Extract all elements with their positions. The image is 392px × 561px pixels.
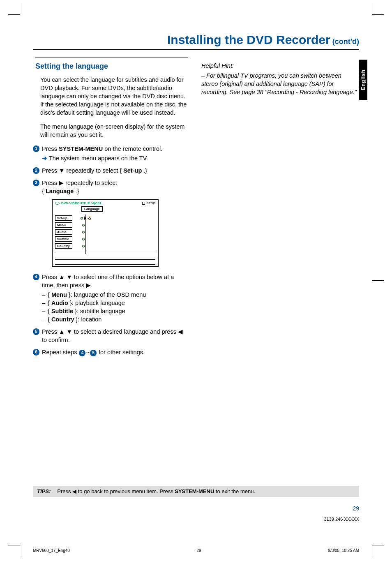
step3-line1: Press ▶ repeatedly to select [42,179,188,187]
step1-text-a: Press [42,145,59,152]
cropmark [20,3,20,15]
osd-blank-row [55,253,155,259]
opt-audio: Audio [51,300,68,306]
opt-country-desc: }: location [74,316,101,323]
intro-para-1: You can select the language for subtitle… [40,76,188,117]
tips-menu-key: SYSTEM-MENU [175,488,214,494]
opt-menu: Menu [51,291,67,298]
ref-step-4: 4 [79,350,85,356]
osd-item-country: Country [55,243,155,249]
step-6: 6 Repeat steps 4~5 for other settings. [33,348,188,356]
step6-text-b: for other settings. [97,349,145,356]
step5-text: Press ▲ ▼ to select a desired language a… [42,328,188,344]
result-arrow-icon: ➜ [42,154,47,162]
step-number-5: 5 [33,328,39,335]
osd-item-label: Audio [55,229,72,235]
tree-line [85,215,86,254]
dash: – [42,299,48,307]
step3-option: Language [46,188,74,194]
step-number-6: 6 [33,349,39,356]
opt-audio-desc: }: playback language [68,300,125,306]
stop-icon [142,202,145,205]
osd-item-label: Set-up [55,215,72,221]
osd-tree: Set-up Menu Audio Subtitle [53,213,158,252]
osd-item-setup: Set-up [55,215,155,221]
cropmark [372,545,384,545]
step6-text-a: Repeat steps [42,349,78,356]
step-2: 2 Press ▼ repeatedly to select { Set-up … [33,166,188,175]
osd-blank-row [55,259,155,265]
osd-item-label: Country [55,243,72,249]
title-main: Installing the DVD Recorder [167,33,330,46]
dash: – [42,315,48,323]
step-3: 3 Press ▶ repeatedly to select { Languag… [33,179,188,195]
tips-text-c: to exit the menu. [214,488,255,494]
cropmark [8,545,20,545]
page-title: Installing the DVD Recorder (cont'd) [33,33,359,50]
page-number: 29 [353,505,359,512]
osd-tab-row: Language [53,206,158,213]
step-number-2: 2 [33,167,39,174]
step2-text-a: Press ▼ repeatedly to select { [42,167,123,174]
part-number: 3139 246 XXXXX [324,517,359,522]
step4-text: Press ▲ ▼ to select one of the options b… [42,273,188,289]
opt-subtitle: Subtitle [51,308,73,314]
opt-menu-desc: }: language of the OSD menu [67,291,146,298]
tips-label: TIPS: [37,488,51,494]
step-1: 1 Press SYSTEM-MENU on the remote contro… [33,145,188,162]
osd-item-label: Subtitle [55,236,72,242]
osd-item-subtitle: Subtitle [55,236,155,242]
ref-step-5: 5 [90,350,97,356]
step2-option: Set-up [123,167,142,174]
print-footer: MRV660_17_Eng40 29 9/3/05, 10:25 AM [33,548,359,553]
intro-para-2: The menu language (on-screen display) fo… [40,122,188,139]
tree-node-icon [82,245,85,247]
step2-text-c: .} [142,167,147,174]
cropmark [372,3,372,15]
columns: Setting the language You can select the … [33,58,359,360]
left-column: Setting the language You can select the … [33,58,191,360]
dash: – [42,307,48,315]
step-number-1: 1 [33,145,39,152]
footer-left: MRV660_17_Eng40 [33,548,70,553]
step-number-3: 3 [33,180,39,186]
selection-ring-icon [87,216,91,220]
cropmark [8,14,20,15]
step-number-4: 4 [33,274,39,280]
step-5: 5 Press ▲ ▼ to select a desired language… [33,328,188,344]
step3-brace-close: .} [74,188,79,194]
osd-item-label: Menu [55,222,72,228]
cropmark [372,14,384,15]
osd-tab-language: Language [81,206,103,212]
hint-body: – For bilingual TV programs, you can swi… [201,72,357,96]
hint-title: Helpful Hint: [201,62,357,70]
tree-node-icon [82,224,85,226]
opt-country: Country [51,316,74,323]
step1-text-c: on the remote control. [103,145,162,152]
step1-menu-key: SYSTEM-MENU [59,145,103,152]
tree-node-icon [81,217,83,219]
tips-bar: TIPS: Press ◀ to go back to previous men… [33,486,359,497]
tree-node-icon [82,238,85,240]
osd-titlebar: DVD-VIDEO-TITLE 04|C01 STOP [53,200,158,206]
right-column: Helpful Hint: – For bilingual TV program… [201,58,359,360]
step3-brace-open: { [42,188,46,194]
step-4: 4 Press ▲ ▼ to select one of the options… [33,273,188,323]
cropmark [20,545,20,557]
step1-result: The system menu appears on the TV. [49,154,148,162]
osd-item-menu: Menu [55,222,155,228]
tips-text-a: Press ◀ to go back to previous menu item… [57,488,175,494]
osd-title-text: DVD-VIDEO-TITLE 04|C01 [61,201,101,205]
page-content: Installing the DVD Recorder (cont'd) Eng… [33,29,359,524]
title-suffix: (cont'd) [330,37,359,46]
tilde-sep: ~ [86,349,89,356]
footer-right: 9/3/05, 10:25 AM [328,548,359,553]
cropmark [372,280,384,281]
tree-node-icon [82,231,85,233]
disc-icon [55,202,60,205]
footer-mid: 29 [197,548,201,553]
cropmark [372,545,372,557]
osd-menu-figure: DVD-VIDEO-TITLE 04|C01 STOP Language Set… [52,199,159,267]
dash: – [42,291,48,299]
section-heading: Setting the language [35,58,188,71]
